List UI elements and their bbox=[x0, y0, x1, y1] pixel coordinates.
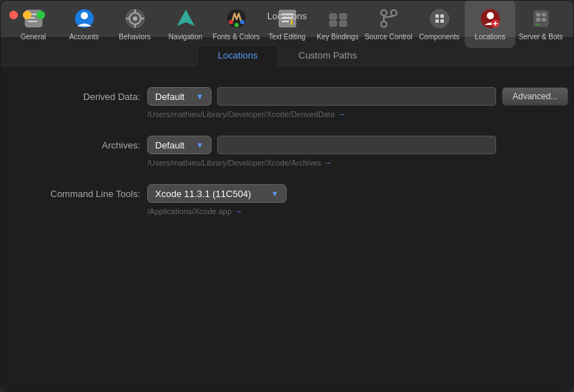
svg-rect-24 bbox=[330, 21, 337, 26]
svg-point-17 bbox=[240, 20, 244, 24]
advanced-button[interactable]: Advanced... bbox=[502, 87, 568, 106]
archives-top-row: Default ▼ bbox=[147, 136, 496, 154]
archives-dropdown[interactable]: Default ▼ bbox=[147, 136, 212, 154]
derived-data-top-row: Default ▼ Advanced... bbox=[147, 87, 568, 106]
maximize-button[interactable] bbox=[36, 11, 45, 19]
svg-rect-33 bbox=[440, 14, 444, 18]
server-bots-icon bbox=[530, 7, 553, 30]
svg-rect-42 bbox=[536, 13, 540, 16]
svg-rect-35 bbox=[440, 19, 444, 23]
tab-locations[interactable]: Locations bbox=[197, 45, 279, 66]
minimize-button[interactable] bbox=[23, 11, 31, 19]
toolbar-item-source-control[interactable]: Source Control bbox=[363, 0, 414, 48]
archives-controls: Default ▼ /Users/mathieu/Library/Develop… bbox=[147, 136, 496, 167]
svg-rect-43 bbox=[542, 13, 546, 16]
tab-custom-paths[interactable]: Custom Paths bbox=[279, 46, 377, 65]
svg-rect-44 bbox=[536, 18, 540, 21]
toolbar-item-text-editing[interactable]: Text Editing bbox=[262, 0, 312, 48]
svg-rect-3 bbox=[28, 21, 37, 22]
derived-data-path-display bbox=[217, 87, 496, 106]
locations-label: Locations bbox=[475, 33, 505, 41]
clt-path: /Applications/Xcode.app → bbox=[147, 207, 287, 216]
derived-data-dropdown[interactable]: Default ▼ bbox=[147, 87, 212, 106]
clt-controls: Xcode 11.3.1 (11C504) ▼ /Applications/Xc… bbox=[147, 184, 287, 216]
svg-rect-32 bbox=[435, 14, 439, 18]
toolbar-item-navigation[interactable]: Navigation bbox=[160, 0, 211, 48]
derived-data-controls: Default ▼ Advanced... /Users/mathieu/Lib… bbox=[147, 87, 568, 119]
svg-marker-13 bbox=[177, 10, 194, 26]
svg-point-46 bbox=[536, 23, 538, 25]
svg-point-27 bbox=[381, 10, 387, 16]
close-button[interactable] bbox=[9, 11, 18, 19]
archives-row: Archives: Default ▼ /Users/mathieu/Libra… bbox=[29, 136, 545, 167]
derived-data-row: Derived Data: Default ▼ Advanced... /Use… bbox=[29, 87, 545, 119]
archives-label: Archives: bbox=[29, 136, 140, 152]
path-arrow-icon: → bbox=[324, 159, 332, 167]
toolbar-item-key-bindings[interactable]: Key Bindings bbox=[312, 0, 363, 48]
dropdown-arrow-icon: ▼ bbox=[196, 92, 204, 101]
accounts-icon bbox=[73, 7, 96, 30]
svg-point-16 bbox=[234, 23, 239, 27]
server-bots-label: Server & Bots bbox=[519, 33, 563, 41]
archives-path: /Users/mathieu/Library/Developer/Xcode/A… bbox=[147, 159, 496, 167]
components-label: Components bbox=[419, 33, 460, 41]
main-content: Locations Custom Paths Derived Data: Def… bbox=[1, 38, 573, 391]
dropdown-arrow-icon: ▼ bbox=[271, 189, 279, 198]
main-window: Locations General bbox=[0, 0, 574, 392]
svg-point-31 bbox=[430, 9, 449, 28]
navigation-icon bbox=[174, 7, 197, 30]
fonts-colors-label: Fonts & Colors bbox=[212, 33, 259, 41]
toolbar-item-general[interactable]: General bbox=[8, 0, 59, 48]
path-arrow-icon: → bbox=[337, 110, 345, 119]
behaviors-label: Behaviors bbox=[119, 33, 150, 41]
derived-data-path: /Users/mathieu/Library/Developer/Xcode/D… bbox=[147, 110, 568, 119]
clt-label: Command Line Tools: bbox=[29, 184, 140, 201]
svg-rect-25 bbox=[340, 14, 347, 19]
accounts-label: Accounts bbox=[69, 33, 99, 41]
toolbar-item-server-bots[interactable]: Server & Bots bbox=[515, 0, 566, 48]
source-control-icon bbox=[377, 7, 400, 30]
source-control-label: Source Control bbox=[365, 33, 412, 41]
window-controls bbox=[9, 11, 45, 19]
svg-rect-45 bbox=[542, 18, 546, 21]
toolbar-item-components[interactable]: Components bbox=[414, 0, 465, 48]
svg-point-5 bbox=[81, 12, 88, 19]
fonts-colors-icon bbox=[225, 7, 248, 30]
behaviors-icon bbox=[124, 7, 147, 30]
path-arrow-icon: → bbox=[234, 207, 242, 216]
derived-data-label: Derived Data: bbox=[29, 87, 140, 104]
svg-rect-34 bbox=[435, 19, 439, 23]
clt-dropdown[interactable]: Xcode 11.3.1 (11C504) ▼ bbox=[147, 184, 287, 203]
text-editing-label: Text Editing bbox=[269, 33, 306, 41]
toolbar-item-fonts-colors[interactable]: Fonts & Colors bbox=[211, 0, 262, 48]
svg-point-28 bbox=[391, 10, 397, 16]
svg-point-15 bbox=[229, 20, 233, 24]
key-bindings-label: Key Bindings bbox=[317, 33, 358, 41]
key-bindings-icon bbox=[327, 7, 350, 30]
svg-point-29 bbox=[381, 21, 387, 27]
navigation-label: Navigation bbox=[169, 33, 202, 41]
archives-path-display bbox=[217, 136, 496, 154]
components-icon bbox=[428, 7, 451, 30]
svg-rect-23 bbox=[330, 14, 337, 19]
locations-icon bbox=[479, 7, 502, 30]
toolbar-item-behaviors[interactable]: Behaviors bbox=[109, 0, 160, 48]
svg-point-8 bbox=[133, 16, 137, 21]
svg-point-37 bbox=[487, 12, 494, 19]
toolbar-item-accounts[interactable]: Accounts bbox=[59, 0, 109, 48]
window-title: Locations bbox=[267, 11, 307, 21]
settings-panel: Derived Data: Default ▼ Advanced... /Use… bbox=[1, 66, 573, 391]
svg-rect-26 bbox=[340, 21, 347, 26]
general-label: General bbox=[21, 33, 46, 41]
toolbar-item-locations[interactable]: Locations bbox=[465, 0, 515, 48]
clt-row: Command Line Tools: Xcode 11.3.1 (11C504… bbox=[29, 184, 545, 216]
dropdown-arrow-icon: ▼ bbox=[196, 141, 204, 149]
title-bar: Locations General bbox=[1, 1, 573, 38]
